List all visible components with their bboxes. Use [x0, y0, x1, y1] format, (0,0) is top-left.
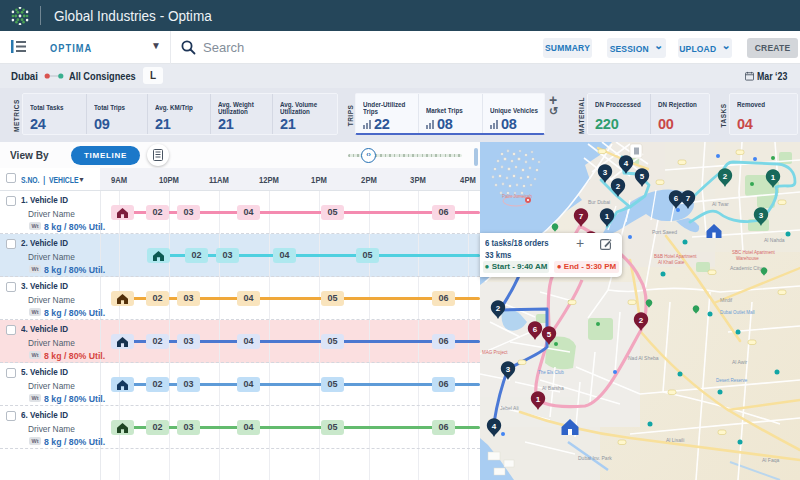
svg-text:Bur Dubai: Bur Dubai — [588, 199, 610, 205]
svg-text:SBC Hotel Apartment: SBC Hotel Apartment — [732, 250, 776, 255]
svg-text:Al Khail Gate: Al Khail Gate — [658, 260, 685, 265]
svg-text:1: 1 — [771, 173, 776, 182]
svg-text:6: 6 — [533, 325, 538, 334]
svg-text:Al Barsha: Al Barsha — [542, 385, 564, 391]
svg-text:B&B Hotel Apartment: B&B Hotel Apartment — [654, 254, 697, 259]
svg-text:3: 3 — [759, 211, 764, 220]
svg-text:Al Twar: Al Twar — [712, 201, 729, 207]
svg-text:5: 5 — [640, 172, 645, 181]
svg-text:4: 4 — [624, 159, 629, 168]
svg-text:5: 5 — [547, 330, 552, 339]
svg-text:2: 2 — [616, 182, 621, 191]
svg-text:Al Lisaili: Al Lisaili — [666, 437, 684, 443]
svg-text:7: 7 — [686, 194, 691, 203]
svg-text:2: 2 — [723, 172, 728, 181]
svg-text:4: 4 — [492, 422, 497, 431]
svg-text:3: 3 — [603, 168, 608, 177]
svg-text:Al Awir: Al Awir — [732, 359, 748, 365]
svg-text:1: 1 — [605, 212, 610, 221]
svg-text:Palm Jumeirah: Palm Jumeirah — [502, 194, 533, 199]
svg-text:Desert Reserve: Desert Reserve — [716, 378, 748, 383]
svg-text:Nad Al Sheba: Nad Al Sheba — [628, 355, 659, 361]
svg-text:Dubai Outlet Mall: Dubai Outlet Mall — [720, 310, 755, 315]
svg-text:1: 1 — [536, 395, 541, 404]
svg-text:Al Nahda: Al Nahda — [764, 237, 785, 243]
svg-text:2: 2 — [639, 316, 644, 325]
svg-text:Warehouse: Warehouse — [736, 256, 759, 261]
svg-text:Mirdif: Mirdif — [720, 297, 733, 303]
svg-text:3: 3 — [506, 365, 511, 374]
svg-text:The Els Club: The Els Club — [538, 370, 564, 375]
svg-text:Port Saeed: Port Saeed — [652, 229, 677, 235]
svg-text:6: 6 — [674, 194, 679, 203]
svg-text:Jebel Ali: Jebel Ali — [500, 405, 519, 411]
svg-text:Academic City: Academic City — [730, 265, 762, 271]
svg-text:2: 2 — [496, 304, 501, 313]
svg-text:Al Faqa: Al Faqa — [762, 457, 779, 463]
svg-text:MAG Project: MAG Project — [482, 350, 508, 355]
svg-text:Dubai Inv. Park: Dubai Inv. Park — [578, 455, 612, 461]
svg-text:7: 7 — [579, 212, 584, 221]
